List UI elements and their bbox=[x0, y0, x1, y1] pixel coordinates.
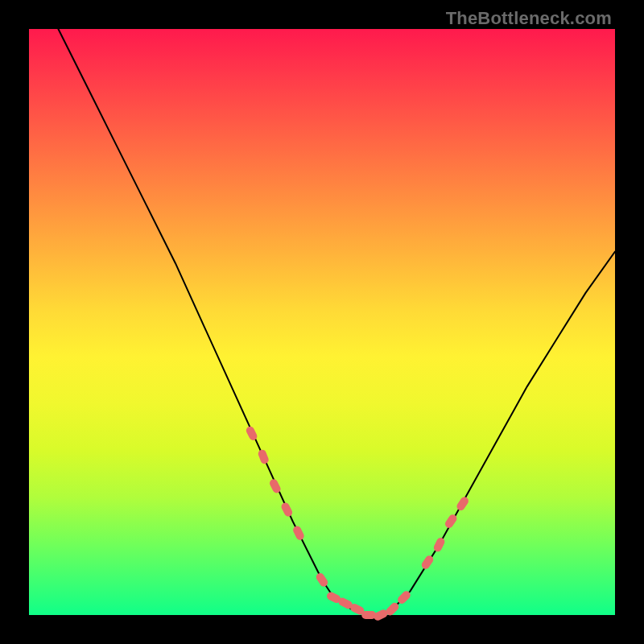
bottleneck-curve-path bbox=[58, 29, 615, 615]
highlight-dot bbox=[456, 495, 470, 512]
highlight-dot bbox=[280, 502, 294, 518]
watermark-text: TheBottleneck.com bbox=[446, 8, 612, 29]
curve-group bbox=[58, 29, 615, 615]
highlight-dot bbox=[257, 448, 270, 464]
dots-group bbox=[245, 425, 470, 621]
highlight-dot bbox=[315, 572, 329, 588]
chart-frame: TheBottleneck.com bbox=[0, 0, 644, 644]
highlight-dot bbox=[432, 536, 446, 553]
chart-svg bbox=[29, 29, 615, 615]
highlight-dot bbox=[361, 611, 376, 619]
plot-area bbox=[29, 29, 615, 615]
highlight-dot bbox=[245, 425, 258, 442]
highlight-dot bbox=[291, 525, 305, 542]
